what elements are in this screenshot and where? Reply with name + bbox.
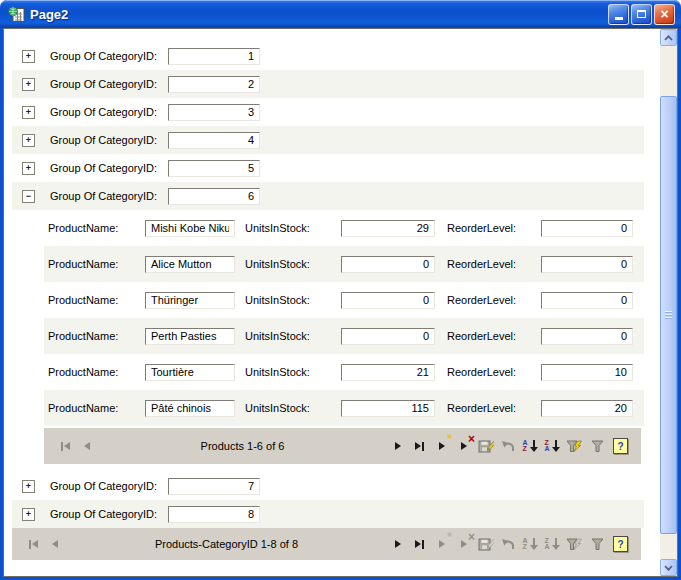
product-name-field[interactable] bbox=[145, 328, 235, 345]
product-name-field[interactable] bbox=[145, 400, 235, 417]
reorder-level-field[interactable] bbox=[541, 220, 633, 237]
new-record-star-icon: * bbox=[447, 529, 452, 544]
new-record-star-icon: * bbox=[447, 431, 452, 446]
last-record-button[interactable] bbox=[412, 438, 428, 454]
sort-descending-button[interactable]: ZA bbox=[544, 536, 560, 552]
product-row: ProductName: UnitsInStock: ReorderLevel: bbox=[44, 354, 644, 390]
category-id-field[interactable] bbox=[168, 104, 260, 121]
category-id-field[interactable] bbox=[168, 188, 260, 205]
first-record-button[interactable] bbox=[25, 536, 41, 552]
save-record-button[interactable] bbox=[478, 438, 494, 454]
minimize-icon bbox=[615, 17, 623, 20]
group-label: Group Of CategoryID: bbox=[50, 162, 168, 174]
vertical-scrollbar[interactable] bbox=[660, 29, 677, 576]
reorder-level-label: ReorderLevel: bbox=[447, 330, 541, 342]
filter-lightning-icon bbox=[566, 440, 583, 453]
filter-toggle-button[interactable] bbox=[589, 536, 605, 552]
product-name-label: ProductName: bbox=[48, 222, 145, 234]
help-button[interactable]: ? bbox=[613, 438, 628, 454]
category-id-field[interactable] bbox=[168, 478, 260, 495]
title-bar[interactable]: Page2 × bbox=[0, 0, 681, 28]
product-name-field[interactable] bbox=[145, 364, 235, 381]
product-name-field[interactable] bbox=[145, 292, 235, 309]
reorder-level-field[interactable] bbox=[541, 256, 633, 273]
group-row: + Group Of CategoryID: bbox=[12, 154, 644, 182]
group-label: Group Of CategoryID: bbox=[50, 190, 168, 202]
units-in-stock-field[interactable] bbox=[341, 364, 435, 381]
scroll-down-button[interactable] bbox=[660, 559, 677, 576]
category-id-field[interactable] bbox=[168, 48, 260, 65]
expand-plus-icon[interactable]: + bbox=[22, 480, 35, 493]
category-id-field[interactable] bbox=[168, 160, 260, 177]
product-name-label: ProductName: bbox=[48, 402, 145, 414]
page-record-navigation: Products-CategoryID 1-8 of 8 * × bbox=[12, 528, 641, 560]
reorder-level-label: ReorderLevel: bbox=[447, 222, 541, 234]
expand-plus-icon[interactable]: + bbox=[22, 78, 35, 91]
products-record-navigation: Products 1-6 of 6 * × bbox=[44, 428, 641, 464]
scrollbar-thumb[interactable] bbox=[660, 96, 677, 534]
expand-plus-icon[interactable]: + bbox=[22, 162, 35, 175]
maximize-button[interactable] bbox=[631, 4, 652, 25]
reorder-level-label: ReorderLevel: bbox=[447, 366, 541, 378]
save-floppy-icon bbox=[478, 537, 494, 552]
reorder-level-field[interactable] bbox=[541, 400, 633, 417]
reorder-level-label: ReorderLevel: bbox=[447, 294, 541, 306]
filter-by-selection-button[interactable] bbox=[566, 438, 583, 454]
product-row: ProductName: UnitsInStock: ReorderLevel: bbox=[44, 210, 644, 246]
units-in-stock-field[interactable] bbox=[341, 328, 435, 345]
sort-za-icon: ZA bbox=[544, 440, 549, 452]
expand-plus-icon[interactable]: + bbox=[22, 50, 35, 63]
product-row: ProductName: UnitsInStock: ReorderLevel: bbox=[44, 282, 644, 318]
chevron-up-icon bbox=[664, 35, 673, 41]
reorder-level-field[interactable] bbox=[541, 292, 633, 309]
category-id-field[interactable] bbox=[168, 506, 260, 523]
delete-x-icon: × bbox=[468, 433, 475, 445]
delete-record-button[interactable]: × bbox=[456, 536, 472, 552]
reorder-level-label: ReorderLevel: bbox=[447, 258, 541, 270]
filter-lightning-icon bbox=[566, 538, 583, 551]
first-record-button[interactable] bbox=[57, 438, 73, 454]
filter-by-selection-button[interactable] bbox=[566, 536, 583, 552]
new-record-button[interactable]: * bbox=[434, 438, 450, 454]
delete-record-button[interactable]: × bbox=[456, 438, 472, 454]
minimize-button[interactable] bbox=[608, 4, 629, 25]
expand-plus-icon[interactable]: + bbox=[22, 134, 35, 147]
expand-plus-icon[interactable]: + bbox=[22, 106, 35, 119]
filter-toggle-button[interactable] bbox=[589, 438, 605, 454]
sort-ascending-button[interactable]: AZ bbox=[522, 536, 538, 552]
category-id-field[interactable] bbox=[168, 76, 260, 93]
next-record-button[interactable] bbox=[390, 438, 406, 454]
group-row: + Group Of CategoryID: bbox=[12, 98, 644, 126]
collapse-minus-icon[interactable]: − bbox=[22, 190, 35, 203]
sort-ascending-button[interactable]: AZ bbox=[522, 438, 538, 454]
last-record-button[interactable] bbox=[412, 536, 428, 552]
scroll-up-button[interactable] bbox=[660, 29, 677, 46]
undo-button[interactable] bbox=[500, 438, 516, 454]
units-in-stock-field[interactable] bbox=[341, 256, 435, 273]
product-name-field[interactable] bbox=[145, 256, 235, 273]
reorder-level-field[interactable] bbox=[541, 328, 633, 345]
sort-az-icon: AZ bbox=[522, 440, 527, 452]
sort-descending-button[interactable]: ZA bbox=[544, 438, 560, 454]
maximize-icon bbox=[637, 10, 646, 18]
previous-record-button[interactable] bbox=[79, 438, 95, 454]
expand-plus-icon[interactable]: + bbox=[22, 508, 35, 521]
group-label: Group Of CategoryID: bbox=[50, 106, 168, 118]
save-record-button[interactable] bbox=[478, 536, 494, 552]
units-in-stock-field[interactable] bbox=[341, 400, 435, 417]
sort-za-icon: ZA bbox=[544, 538, 549, 550]
product-row: ProductName: UnitsInStock: ReorderLevel: bbox=[44, 390, 644, 426]
group-row: + Group Of CategoryID: bbox=[12, 500, 644, 528]
undo-button[interactable] bbox=[500, 536, 516, 552]
previous-record-button[interactable] bbox=[47, 536, 63, 552]
product-name-field[interactable] bbox=[145, 220, 235, 237]
units-in-stock-field[interactable] bbox=[341, 292, 435, 309]
units-in-stock-field[interactable] bbox=[341, 220, 435, 237]
group-label: Group Of CategoryID: bbox=[50, 134, 168, 146]
close-button[interactable]: × bbox=[654, 4, 675, 25]
new-record-button[interactable]: * bbox=[434, 536, 450, 552]
help-button[interactable]: ? bbox=[613, 536, 628, 552]
reorder-level-field[interactable] bbox=[541, 364, 633, 381]
category-id-field[interactable] bbox=[168, 132, 260, 149]
next-record-button[interactable] bbox=[390, 536, 406, 552]
